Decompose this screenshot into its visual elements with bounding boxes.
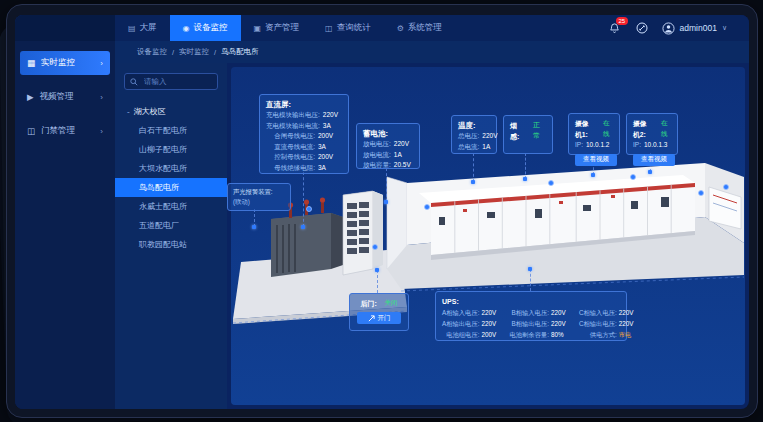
connector-dot (528, 267, 532, 271)
field-label: C相输出电压: (579, 318, 617, 329)
sidebar-item-access-control[interactable]: ◫ 门禁管理 › (20, 119, 110, 143)
field-label: 充电模块输出电流: (266, 121, 320, 132)
camera2-panel: 摄像机2: 在线 IP:10.0.1.3 查看视频 (626, 113, 678, 155)
sidebar-item-label: 视频管理 (40, 91, 74, 103)
battery-cabinet (343, 191, 383, 275)
monitor-grid-icon: ▦ (27, 58, 35, 68)
sidebar-item-label: 门禁管理 (41, 125, 75, 137)
field-value: 1A (394, 150, 418, 161)
sidebar-item-realtime-monitor[interactable]: ▦ 实时监控 › (20, 51, 110, 75)
notification-bell-button[interactable]: 25 (608, 21, 622, 35)
sound-light-alarm-panel: 声光报警装置: (联动) (227, 183, 291, 211)
connector-dot (591, 173, 595, 177)
door-status: 关闭 (385, 298, 398, 309)
connector-dot (301, 225, 305, 229)
field-label: 直流母线电流: (266, 142, 315, 153)
door-icon: ◫ (27, 126, 35, 136)
fullscreen-button[interactable] (635, 21, 649, 35)
battery-panel: 蓄电池: 放电电压:220V 放电电流:1A 放电容量:20.5V (356, 123, 420, 169)
dc-panel: 直流屏: 充电模块输出电压:220V 充电模块输出电流:3A 合闸母线电压:20… (259, 94, 349, 174)
field-value: 20.5V (394, 160, 418, 171)
connector-dot (648, 170, 652, 174)
connector-line (377, 270, 378, 293)
open-door-button[interactable]: 开门 (357, 312, 401, 324)
dashboard-icon: ▤ (128, 24, 136, 33)
field-label: 合闸母线电压: (266, 131, 315, 142)
field-value: 220V (551, 307, 571, 318)
statistics-icon: ◫ (325, 24, 333, 33)
chevron-down-icon: ∨ (722, 24, 727, 32)
tab-asset-management[interactable]: ▣ 资产管理 (241, 15, 313, 41)
field-label: 放电电压: (363, 139, 391, 150)
camera1-status: 在线 (603, 118, 613, 140)
breadcrumb-item[interactable]: 设备监控 (137, 47, 167, 57)
field-value: 220V (619, 318, 639, 329)
connector-line (530, 269, 531, 291)
fullscreen-icon (636, 22, 648, 34)
tree-item-station[interactable]: 永威士配电所 (115, 197, 227, 216)
view-video-button-1[interactable]: 查看视频 (575, 154, 617, 166)
avatar-icon (662, 22, 675, 35)
sidebar-item-label: 实时监控 (41, 57, 75, 69)
field-label: 总电流: (458, 142, 479, 153)
tab-device-monitor[interactable]: ◉ 设备监控 (170, 15, 241, 41)
ups-panel-title: UPS: (442, 296, 620, 307)
connector-dot (252, 225, 256, 229)
search-input[interactable] (142, 76, 212, 87)
video-icon: ▶ (27, 92, 34, 102)
top-nav-bar: ▤ 大屏 ◉ 设备监控 ▣ 资产管理 ◫ 查询统计 (15, 15, 749, 41)
ip-label: IP: (575, 140, 583, 151)
camera1-title: 摄像机1: (575, 118, 595, 140)
field-label: C相输入电压: (579, 307, 617, 318)
field-label: 供电方式: (579, 329, 617, 340)
connector-dot (471, 180, 475, 184)
door-label: 后门: (360, 298, 376, 309)
ups-panel: UPS: A相输入电压:220V B相输入电压:220V C相输入电压:220V… (435, 291, 627, 341)
field-label: 充电模块输出电压: (266, 110, 320, 121)
field-value: 220V (481, 318, 501, 329)
smoke-status: 正常 (533, 120, 546, 142)
field-value: 220V (482, 131, 500, 142)
open-door-icon (368, 315, 375, 322)
ip-label: IP: (633, 140, 641, 151)
field-value: 1A (482, 142, 500, 153)
field-value: 3A (318, 142, 342, 153)
station-tree-panel: -湖大校区 白石干配电所 山柳子配电所 大坝水配电所 鸟岛配电所 永威士配电所 … (115, 63, 227, 409)
chevron-right-icon: › (100, 93, 103, 102)
field-label: A相输入电压: (442, 307, 479, 318)
sidebar-item-video-management[interactable]: ▶ 视频管理 › (20, 85, 110, 109)
temperature-panel: 温度: 总电压:220V 总电流:1A (451, 115, 497, 154)
tree-item-station[interactable]: 大坝水配电所 (115, 159, 227, 178)
field-value: 220V (551, 318, 571, 329)
field-label: A相输出电压: (442, 318, 479, 329)
tree-item-station[interactable]: 山柳子配电所 (115, 140, 227, 159)
tab-label: 设备监控 (194, 22, 228, 34)
notification-badge: 25 (616, 17, 629, 25)
user-menu[interactable]: admin001 ∨ (662, 22, 727, 35)
tab-label: 系统管理 (408, 22, 442, 34)
field-label: 总电压: (458, 131, 479, 142)
view-video-button-2[interactable]: 查看视频 (633, 154, 675, 166)
tree-item-station-selected[interactable]: 鸟岛配电所 (115, 178, 227, 197)
tree-search[interactable] (124, 73, 218, 90)
tab-label: 资产管理 (265, 22, 299, 34)
temperature-panel-title: 温度: (458, 120, 490, 131)
tree-root-campus[interactable]: -湖大校区 (127, 106, 227, 117)
door-panel: 后门: 关闭 开门 (349, 293, 409, 331)
tab-query-statistics[interactable]: ◫ 查询统计 (312, 15, 384, 41)
tree-item-station[interactable]: 五道配电厂 (115, 216, 227, 235)
tree-item-station[interactable]: 职教园配电站 (115, 235, 227, 254)
field-label: 电池组电压: (442, 329, 479, 340)
breadcrumb-item[interactable]: 实时监控 (179, 47, 209, 57)
connector-line (473, 153, 474, 182)
open-door-label: 开门 (378, 314, 391, 323)
smoke-panel-title: 烟感: (510, 120, 525, 142)
field-value: 220V (619, 307, 639, 318)
alarm-label-line2: (联动) (233, 197, 285, 207)
camera1-panel: 摄像机1: 在线 IP:10.0.1.2 查看视频 (568, 113, 620, 155)
app-window: ▤ 大屏 ◉ 设备监控 ▣ 资产管理 ◫ 查询统计 (15, 15, 749, 409)
tree-item-station[interactable]: 白石干配电所 (115, 121, 227, 140)
tab-dashboard[interactable]: ▤ 大屏 (115, 15, 170, 41)
tab-system-management[interactable]: ⚙ 系统管理 (384, 15, 455, 41)
connector-line (525, 153, 526, 179)
